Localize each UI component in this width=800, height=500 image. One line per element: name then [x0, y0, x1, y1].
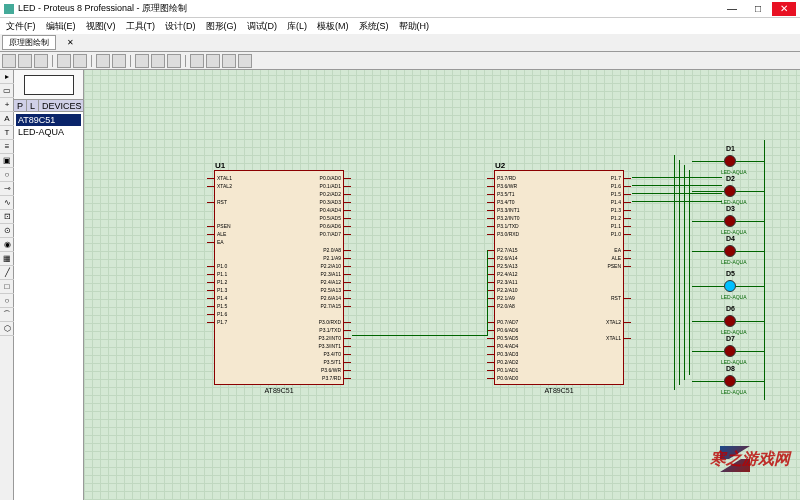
wire[interactable]: [736, 321, 764, 322]
subcircuit-tool-icon[interactable]: ▣: [0, 154, 14, 168]
generator-tool-icon[interactable]: ⊙: [0, 224, 14, 238]
menu-view[interactable]: 视图(V): [86, 20, 116, 33]
graph-tool-icon[interactable]: ∿: [0, 196, 14, 210]
schematic-canvas[interactable]: U1AT89C51XTAL1XTAL2RSTPSENALEEAP1.0P1.1P…: [84, 70, 800, 500]
menu-system[interactable]: 系统(S): [359, 20, 389, 33]
wire[interactable]: [692, 381, 724, 382]
led-D2[interactable]: [724, 185, 736, 197]
pin-label: XTAL1: [217, 175, 232, 181]
zoom-out-icon[interactable]: [222, 54, 236, 68]
menu-library[interactable]: 库(L): [287, 20, 307, 33]
led-D3[interactable]: [724, 215, 736, 227]
wire[interactable]: [632, 193, 722, 194]
probe-tool-icon[interactable]: ◉: [0, 238, 14, 252]
component-tool-icon[interactable]: ▭: [0, 84, 14, 98]
select-tool-icon[interactable]: ▸: [0, 70, 14, 84]
wire[interactable]: [632, 177, 722, 178]
open-icon[interactable]: [18, 54, 32, 68]
junction-tool-icon[interactable]: +: [0, 98, 14, 112]
chip-U1[interactable]: U1AT89C51XTAL1XTAL2RSTPSENALEEAP1.0P1.1P…: [214, 170, 344, 385]
wire[interactable]: [736, 286, 764, 287]
chip-U2[interactable]: U2AT89C51P3.7/RDP3.6/WRP3.5/T1P3.4/T0P3.…: [494, 170, 624, 385]
tab-close-icon[interactable]: ✕: [58, 36, 82, 50]
led-D7[interactable]: [724, 345, 736, 357]
paste-icon[interactable]: [167, 54, 181, 68]
led-ref: D6: [726, 305, 735, 312]
wire[interactable]: [736, 191, 764, 192]
wire[interactable]: [736, 381, 764, 382]
tab-schematic[interactable]: 原理图绘制: [2, 35, 56, 50]
pin-label: P1.4: [611, 199, 621, 205]
led-D1[interactable]: [724, 155, 736, 167]
save-icon[interactable]: [34, 54, 48, 68]
wire[interactable]: [487, 250, 488, 336]
wire[interactable]: [692, 286, 724, 287]
bus-tool-icon[interactable]: ≡: [0, 140, 14, 154]
menu-design[interactable]: 设计(D): [165, 20, 196, 33]
device-item[interactable]: LED-AQUA: [16, 126, 81, 138]
pin-label: P1.3: [217, 287, 227, 293]
pin-label: P1.2: [217, 279, 227, 285]
menu-graph[interactable]: 图形(G): [206, 20, 237, 33]
pin-label: P0.3/AD3: [497, 351, 518, 357]
print-icon[interactable]: [57, 54, 71, 68]
hdr-p[interactable]: P: [14, 100, 27, 111]
tool-palette: ▸ ▭ + A T ≡ ▣ ○ ⊸ ∿ ⊡ ⊙ ◉ ▦ ╱ □ ○ ⌒ ⬡: [0, 70, 14, 500]
led-D5[interactable]: [724, 280, 736, 292]
terminal-tool-icon[interactable]: ○: [0, 168, 14, 182]
wire[interactable]: [736, 251, 764, 252]
menu-edit[interactable]: 编辑(E): [46, 20, 76, 33]
wire[interactable]: [692, 251, 724, 252]
text-tool-icon[interactable]: T: [0, 126, 14, 140]
copy-icon[interactable]: [151, 54, 165, 68]
pin-tool-icon[interactable]: ⊸: [0, 182, 14, 196]
path-tool-icon[interactable]: ⬡: [0, 322, 14, 336]
tape-tool-icon[interactable]: ⊡: [0, 210, 14, 224]
wire[interactable]: [736, 221, 764, 222]
wire[interactable]: [692, 221, 724, 222]
device-item[interactable]: AT89C51: [16, 114, 81, 126]
grid-icon[interactable]: [190, 54, 204, 68]
minimize-button[interactable]: —: [720, 2, 744, 16]
instrument-tool-icon[interactable]: ▦: [0, 252, 14, 266]
zoom-icon[interactable]: [73, 54, 87, 68]
label-tool-icon[interactable]: A: [0, 112, 14, 126]
new-icon[interactable]: [2, 54, 16, 68]
led-D8[interactable]: [724, 375, 736, 387]
led-D6[interactable]: [724, 315, 736, 327]
arc-tool-icon[interactable]: ⌒: [0, 308, 14, 322]
wire[interactable]: [692, 161, 724, 162]
menu-help[interactable]: 帮助(H): [399, 20, 430, 33]
undo-icon[interactable]: [96, 54, 110, 68]
zoom-fit-icon[interactable]: [238, 54, 252, 68]
menu-file[interactable]: 文件(F): [6, 20, 36, 33]
wire[interactable]: [692, 191, 724, 192]
hdr-l[interactable]: L: [27, 100, 39, 111]
menu-tools[interactable]: 工具(T): [126, 20, 156, 33]
led-D4[interactable]: [724, 245, 736, 257]
wire[interactable]: [674, 155, 675, 390]
wire[interactable]: [736, 351, 764, 352]
redo-icon[interactable]: [112, 54, 126, 68]
menu-debug[interactable]: 调试(D): [247, 20, 278, 33]
close-button[interactable]: ✕: [772, 2, 796, 16]
led-ref: D2: [726, 175, 735, 182]
cut-icon[interactable]: [135, 54, 149, 68]
maximize-button[interactable]: □: [746, 2, 770, 16]
wire[interactable]: [692, 321, 724, 322]
menu-template[interactable]: 模板(M): [317, 20, 349, 33]
line-tool-icon[interactable]: ╱: [0, 266, 14, 280]
title-bar: LED - Proteus 8 Professional - 原理图绘制 — □…: [0, 0, 800, 18]
zoom-in-icon[interactable]: [206, 54, 220, 68]
wire[interactable]: [352, 335, 487, 336]
circle-tool-icon[interactable]: ○: [0, 294, 14, 308]
wire[interactable]: [764, 140, 765, 400]
pin-label: XTAL2: [217, 183, 232, 189]
box-tool-icon[interactable]: □: [0, 280, 14, 294]
wire[interactable]: [632, 201, 722, 202]
wire[interactable]: [692, 351, 724, 352]
wire[interactable]: [632, 185, 722, 186]
wire[interactable]: [684, 165, 685, 380]
pin-label: P0.3/AD3: [320, 199, 341, 205]
wire[interactable]: [736, 161, 764, 162]
